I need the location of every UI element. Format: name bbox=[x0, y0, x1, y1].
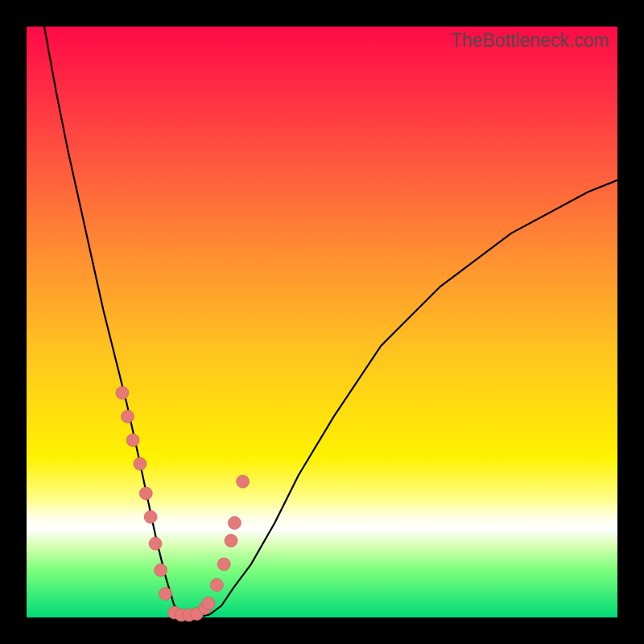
marker-dot bbox=[149, 537, 162, 550]
marker-dot bbox=[210, 579, 223, 592]
marker-dot bbox=[144, 510, 157, 523]
marker-dot bbox=[155, 564, 167, 576]
marker-dot bbox=[134, 457, 147, 470]
plot-area: TheBottleneck.com bbox=[27, 27, 617, 617]
marker-dot bbox=[159, 588, 172, 601]
marker-dot bbox=[225, 535, 237, 547]
marker-dot bbox=[139, 487, 152, 500]
marker-dot bbox=[228, 517, 241, 530]
outer-frame: TheBottleneck.com bbox=[0, 0, 644, 644]
marker-dot bbox=[122, 410, 134, 423]
marker-dot bbox=[202, 597, 215, 609]
bottleneck-curve-svg bbox=[27, 27, 617, 617]
marker-dots-group bbox=[116, 386, 250, 621]
marker-dot bbox=[126, 434, 139, 447]
marker-dot bbox=[116, 386, 129, 399]
curve-path bbox=[44, 27, 617, 617]
marker-dot bbox=[217, 558, 230, 571]
marker-dot bbox=[237, 475, 250, 488]
